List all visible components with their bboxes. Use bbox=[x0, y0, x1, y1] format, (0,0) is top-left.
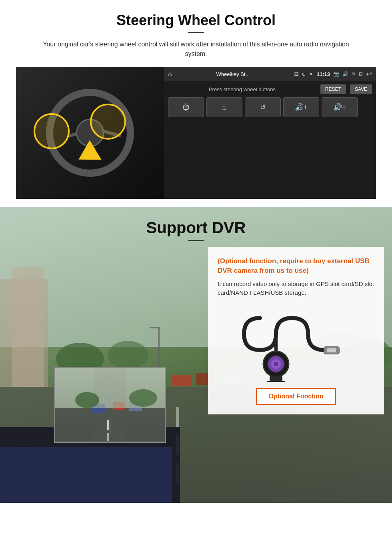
highlight-circle-left bbox=[34, 113, 70, 149]
dvr-camera-image bbox=[218, 304, 374, 384]
svg-rect-6 bbox=[12, 267, 44, 387]
android-app-name: Wheelkey St... bbox=[175, 71, 291, 77]
svg-rect-36 bbox=[267, 381, 285, 382]
android-window-icon: ⊟ bbox=[359, 71, 363, 77]
func-btn-home[interactable]: ⌂ bbox=[206, 97, 242, 117]
dvr-title: Support DVR bbox=[0, 219, 392, 237]
dvr-section: Support DVR (Optional function, require … bbox=[0, 207, 392, 503]
android-back-icon: ↩ bbox=[366, 70, 372, 78]
dvr-preview-image bbox=[54, 367, 166, 443]
dvr-content-panel: (Optional function, require to buy exter… bbox=[208, 247, 384, 414]
android-screen: ⌂ Wheelkey St... 🖼 ψ ▼ 11:13 📷 🔊 ✕ ⊟ ↩ P… bbox=[164, 67, 376, 199]
highlight-circle-right bbox=[90, 104, 126, 140]
dvr-optional-notice: (Optional function, require to buy exter… bbox=[218, 256, 374, 276]
dvr-preview-svg bbox=[55, 368, 166, 443]
svg-point-34 bbox=[267, 355, 285, 373]
dvr-title-area: Support DVR bbox=[0, 207, 392, 245]
func-btn-vol-up[interactable]: 🔊+ bbox=[283, 97, 319, 117]
steering-title: Steering Wheel Control bbox=[16, 12, 376, 29]
steering-photo bbox=[16, 67, 164, 199]
steering-divider bbox=[188, 32, 204, 33]
func-btn-power[interactable]: ⏻ bbox=[168, 97, 204, 117]
android-image-icon: 🖼 bbox=[294, 71, 299, 77]
save-button[interactable]: SAVE bbox=[350, 84, 372, 94]
reset-button[interactable]: RESET bbox=[320, 84, 346, 94]
dvr-divider bbox=[188, 240, 204, 241]
android-home-icon: ⌂ bbox=[168, 70, 172, 78]
android-function-buttons: ⏻ ⌂ ↺ 🔊+ 🔊+ bbox=[164, 97, 376, 121]
svg-point-8 bbox=[108, 341, 148, 369]
optional-function-button[interactable]: Optional Function bbox=[256, 388, 336, 405]
svg-rect-21 bbox=[107, 433, 109, 441]
svg-point-27 bbox=[129, 389, 157, 407]
android-camera-icon: 📷 bbox=[333, 71, 339, 77]
svg-rect-11 bbox=[172, 375, 192, 386]
optional-function-wrapper: Optional Function bbox=[218, 388, 374, 405]
svg-rect-29 bbox=[327, 348, 336, 352]
android-volume-icon: 🔊 bbox=[342, 71, 348, 77]
steering-wheel-bg bbox=[16, 67, 164, 199]
android-wifi-icon: ▼ bbox=[309, 71, 314, 77]
android-close-icon: ✕ bbox=[352, 71, 356, 77]
svg-rect-20 bbox=[107, 420, 109, 430]
android-press-text: Press steering wheel buttons bbox=[168, 86, 316, 92]
svg-rect-19 bbox=[55, 408, 166, 443]
svg-rect-35 bbox=[270, 376, 282, 382]
func-btn-back[interactable]: ↺ bbox=[245, 97, 281, 117]
steering-section: Steering Wheel Control Your original car… bbox=[0, 0, 392, 207]
svg-point-26 bbox=[75, 392, 99, 408]
dvr-body-text: It can record video only to storage in G… bbox=[218, 280, 374, 298]
android-time: 11:13 bbox=[317, 71, 330, 77]
android-controls-area: Press steering wheel buttons RESET SAVE bbox=[164, 81, 376, 97]
func-btn-vol-down[interactable]: 🔊+ bbox=[322, 97, 358, 117]
svg-rect-17 bbox=[0, 447, 172, 503]
steering-image-container: ⌂ Wheelkey St... 🖼 ψ ▼ 11:13 📷 🔊 ✕ ⊟ ↩ P… bbox=[16, 67, 376, 199]
svg-rect-15 bbox=[150, 327, 160, 328]
svg-rect-2 bbox=[176, 407, 179, 427]
android-topbar: ⌂ Wheelkey St... 🖼 ψ ▼ 11:13 📷 🔊 ✕ ⊟ ↩ bbox=[164, 67, 376, 81]
android-usb-icon: ψ bbox=[302, 71, 306, 77]
steering-description: Your original car's steering wheel contr… bbox=[32, 40, 360, 59]
dvr-camera-svg bbox=[236, 306, 356, 382]
